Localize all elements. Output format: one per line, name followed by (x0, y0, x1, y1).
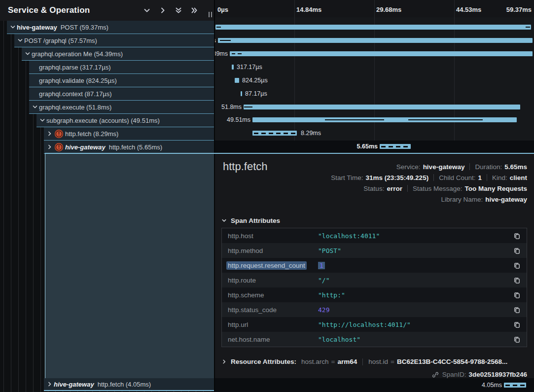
span-duration-label: 8.29ms (301, 130, 321, 136)
axis-tick: 0µs (217, 6, 228, 13)
axis-tick: 59.37ms (506, 6, 532, 13)
attribute-row[interactable]: http.method "POST" (222, 243, 527, 258)
tree-row-http-fetch-3[interactable]: hive-gatewayhttp.fetch (4.05ms) (44, 378, 214, 391)
span-bar[interactable] (241, 91, 242, 96)
chevron-down-icon[interactable] (24, 51, 32, 57)
attribute-row[interactable]: net.host.name "localhost" (222, 332, 527, 347)
attribute-key: http.request.resend_count (228, 262, 318, 269)
service-name: hive-gateway (54, 381, 94, 388)
span-id-value: 3de02518937fb246 (468, 371, 527, 378)
span-bar[interactable] (230, 51, 533, 56)
tree-row-graphql-execute[interactable]: graphql.execute (51.8ms) (29, 101, 214, 114)
attribute-row[interactable]: http.status_code 429 (222, 302, 527, 317)
attribute-key: http.host (228, 232, 318, 240)
tree-row-http-fetch-2-selected[interactable]: ! hive-gatewayhttp.fetch (5.65ms) (44, 141, 214, 154)
chevron-right-icon[interactable] (46, 381, 54, 387)
span-bar[interactable] (235, 78, 239, 83)
chevron-right-icon[interactable] (46, 131, 54, 137)
resource-key: host.id (368, 358, 388, 365)
chevron-down-icon (221, 218, 227, 223)
meta-value: 5.65ms (504, 163, 527, 171)
tree-row-subgraph-execute[interactable]: subgraph.execute (accounts) (49.51ms) (36, 114, 214, 127)
tree-row-graphql-validate[interactable]: graphql.validate (824.25µs) (29, 74, 214, 87)
meta-label: Status Message: (413, 185, 463, 192)
attribute-value: 429 (318, 306, 512, 314)
span-id-label: SpanID: (442, 371, 466, 378)
span-label: http.fetch (4.05ms) (98, 381, 151, 388)
chevron-down-icon[interactable] (16, 37, 24, 43)
tree-row-graphql-context[interactable]: graphql.context (87.17µs) (29, 87, 214, 101)
attribute-key: http.url (228, 321, 318, 328)
span-duration-label: 57.57ms (215, 37, 216, 43)
attribute-value: "http://localhost:4011/" (318, 321, 512, 328)
span-bar[interactable] (218, 38, 533, 43)
chevron-right-icon (221, 359, 227, 364)
meta-value: client (510, 174, 527, 181)
meta-label: Service: (396, 163, 421, 171)
collapse-all-icon[interactable] (175, 6, 182, 14)
span-detail-panel: http.fetch Service: hive-gateway Duratio… (215, 154, 534, 378)
meta-label: Library Name: (441, 196, 483, 203)
tree-row-post-graphql[interactable]: POST /graphql (57.57ms) (14, 34, 214, 47)
chevron-right-icon[interactable] (46, 144, 54, 150)
trace-viewer: 0µs 14.84ms 29.68ms 44.53ms 59.37ms 57.5… (0, 0, 534, 392)
error-icon: ! (55, 130, 63, 138)
span-duration-label: 5.65ms (357, 143, 378, 149)
attribute-row[interactable]: http.url "http://localhost:4011/" (222, 317, 527, 332)
chevron-down-icon[interactable] (38, 117, 46, 123)
attribute-row[interactable]: http.scheme "http:" (222, 287, 527, 302)
span-label: graphql.validate (824.25µs) (39, 77, 117, 84)
copy-icon[interactable] (512, 306, 521, 314)
resource-attributes[interactable]: Resource Attributes: host.arch = arm64 h… (221, 358, 527, 365)
span-id[interactable]: SpanID: 3de02518937fb246 (432, 371, 527, 378)
span-label: graphql.execute (51.8ms) (39, 104, 111, 111)
span-meta: Service: hive-gateway Duration: 5.65ms S… (331, 161, 527, 205)
tree-row-graphql-parse[interactable]: graphql.parse (317.17µs) (29, 61, 214, 74)
tree-row-graphql-operation[interactable]: graphql.operation Me (54.39ms) (22, 47, 214, 61)
attribute-key: http.scheme (228, 291, 318, 299)
expand-one-icon[interactable] (159, 6, 167, 14)
expand-all-icon[interactable] (190, 6, 198, 14)
span-label: POST (59.37ms) (61, 24, 108, 31)
collapse-one-icon[interactable] (143, 6, 151, 14)
copy-icon[interactable] (512, 291, 521, 299)
tree-header: Service & Operation (0, 0, 214, 21)
tree-row-http-fetch-1[interactable]: ! http.fetch (8.29ms) (44, 127, 214, 141)
attribute-key: net.host.name (228, 336, 318, 343)
span-bar-selected[interactable] (380, 144, 411, 149)
panel-resize-handle[interactable] (209, 12, 212, 17)
chevron-down-icon[interactable] (31, 104, 39, 110)
resource-value: BC62E13B-C4CC-5854-9788-2568... (397, 358, 507, 365)
span-bar[interactable] (244, 105, 520, 109)
attribute-value: "/" (318, 277, 512, 284)
equals-sign: = (391, 358, 394, 365)
grid-line (374, 0, 375, 154)
resource-value: arm64 (337, 358, 357, 365)
copy-icon[interactable] (512, 232, 521, 240)
panel-title: Service & Operation (8, 5, 90, 15)
span-bar[interactable] (232, 65, 234, 70)
link-icon (432, 371, 439, 378)
tree-row-hive-gateway-post[interactable]: hive-gatewayPOST (59.37ms) (7, 21, 214, 34)
span-bar[interactable] (252, 131, 297, 136)
meta-value: hive-gateway (485, 196, 527, 203)
copy-icon[interactable] (512, 336, 521, 343)
attribute-row[interactable]: http.route "/" (222, 273, 527, 287)
span-bar[interactable] (215, 25, 531, 30)
span-attributes-title: Span Attributes (231, 217, 280, 224)
span-bar[interactable] (504, 383, 526, 388)
span-duration-label: 54.39ms (215, 51, 228, 57)
copy-icon[interactable] (512, 262, 521, 269)
chevron-down-icon[interactable] (9, 24, 17, 30)
span-label: subgraph.execute (accounts) (49.51ms) (46, 117, 160, 124)
copy-icon[interactable] (512, 247, 521, 254)
copy-icon[interactable] (512, 321, 521, 328)
attribute-row-selected[interactable]: http.request.resend_count 1 (222, 258, 527, 273)
copy-icon[interactable] (512, 277, 521, 284)
attribute-key: http.method (228, 247, 318, 254)
span-attributes-header[interactable]: Span Attributes (221, 217, 280, 224)
span-bar[interactable] (252, 117, 517, 122)
meta-value: error (387, 185, 402, 192)
attribute-row[interactable]: http.host "localhost:4011" (222, 228, 527, 243)
attribute-value: "localhost" (318, 336, 512, 343)
